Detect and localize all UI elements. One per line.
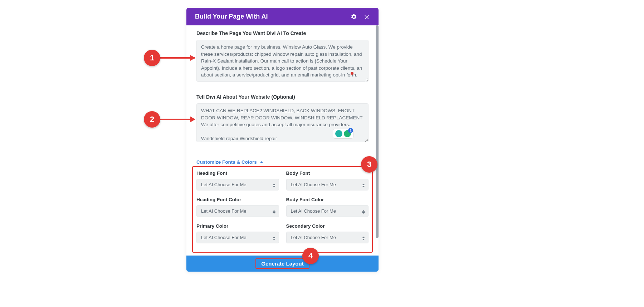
annotation-circle-3: 3 <box>361 156 377 173</box>
annotation-circle-1: 1 <box>144 50 160 66</box>
heading-font-color-select[interactable]: Let AI Choose For Me <box>196 205 279 217</box>
scrollbar-track[interactable] <box>376 25 379 256</box>
secondary-color-field: Secondary Color Let AI Choose For Me <box>286 223 369 243</box>
website-label: Tell Divi AI About Your Website (Optiona… <box>196 94 369 100</box>
fonts-grid: Heading Font Let AI Choose For Me Body F… <box>196 170 369 248</box>
grammarly-badges[interactable] <box>333 129 353 139</box>
heading-font-color-label: Heading Font Color <box>196 197 279 202</box>
body-font-label: Body Font <box>286 170 369 176</box>
describe-label: Describe The Page You Want Divi AI To Cr… <box>196 30 369 36</box>
body-font-field: Body Font Let AI Choose For Me <box>286 170 369 190</box>
caret-up-icon <box>260 161 263 163</box>
secondary-color-label: Secondary Color <box>286 223 369 229</box>
customize-link-label: Customize Fonts & Colors <box>196 159 257 165</box>
scroll-area: Describe The Page You Want Divi AI To Cr… <box>186 30 379 256</box>
heading-font-select[interactable]: Let AI Choose For Me <box>196 179 279 190</box>
primary-color-select[interactable]: Let AI Choose For Me <box>196 232 279 243</box>
settings-button[interactable] <box>351 14 357 20</box>
customize-fonts-colors-toggle[interactable]: Customize Fonts & Colors <box>196 159 263 165</box>
annotation-circle-4: 4 <box>302 248 319 264</box>
select-caret-icon <box>273 237 275 240</box>
body-font-color-label: Body Font Color <box>286 197 369 202</box>
select-caret-icon <box>362 184 365 187</box>
modal-header-actions <box>351 14 370 20</box>
modal-body: Describe The Page You Want Divi AI To Cr… <box>186 25 379 256</box>
gear-icon <box>351 14 357 20</box>
heading-font-label: Heading Font <box>196 170 279 176</box>
primary-color-field: Primary Color Let AI Choose For Me <box>196 223 279 243</box>
select-caret-icon <box>273 210 275 214</box>
modal-header: Build Your Page With AI <box>186 8 379 25</box>
heading-font-color-field: Heading Font Color Let AI Choose For Me <box>196 197 279 217</box>
body-font-select[interactable]: Let AI Choose For Me <box>286 179 369 190</box>
close-icon <box>364 14 370 20</box>
select-caret-icon <box>362 210 365 214</box>
scrollbar-thumb[interactable] <box>376 25 379 238</box>
modal-title: Build Your Page With AI <box>195 13 268 20</box>
close-button[interactable] <box>364 14 370 20</box>
generate-bar: Generate Layout <box>186 256 379 272</box>
body-font-color-field: Body Font Color Let AI Choose For Me <box>286 197 369 217</box>
describe-textarea-wrap <box>196 40 369 83</box>
ai-builder-modal: Build Your Page With AI Describe The Pag… <box>186 8 379 272</box>
primary-color-label: Primary Color <box>196 223 279 229</box>
annotation-circle-2: 2 <box>144 111 160 128</box>
grammarly-tone-icon <box>335 130 342 137</box>
generate-layout-button[interactable]: Generate Layout <box>255 258 309 269</box>
annotation-arrow-2 <box>160 119 195 120</box>
website-textarea-wrap <box>196 103 369 144</box>
fonts-colors-panel: Heading Font Let AI Choose For Me Body F… <box>192 166 373 253</box>
annotation-arrow-1 <box>160 57 195 59</box>
spellcheck-dot-icon <box>351 72 353 75</box>
body-font-color-select[interactable]: Let AI Choose For Me <box>286 205 369 217</box>
select-caret-icon <box>362 237 365 240</box>
heading-font-field: Heading Font Let AI Choose For Me <box>196 170 279 190</box>
grammarly-check-icon <box>344 130 351 137</box>
secondary-color-select[interactable]: Let AI Choose For Me <box>286 232 369 243</box>
describe-textarea[interactable] <box>196 40 369 82</box>
select-caret-icon <box>273 184 275 187</box>
